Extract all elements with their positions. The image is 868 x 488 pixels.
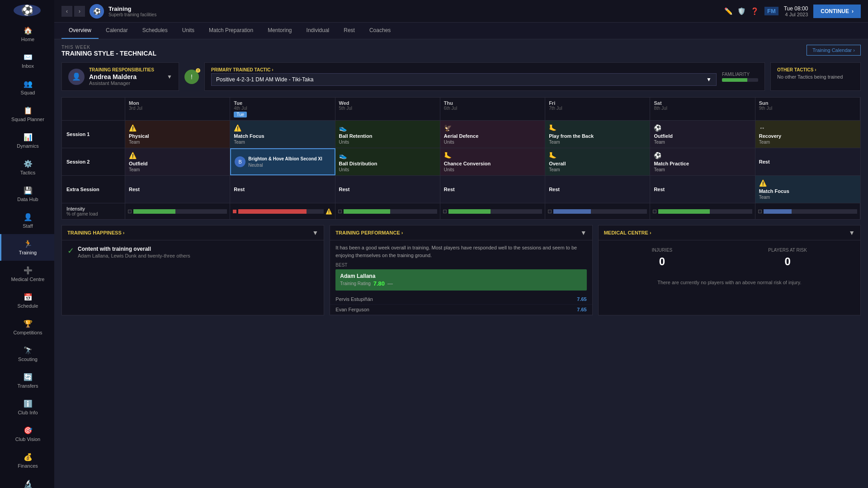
sidebar-item-inbox[interactable]: ✉️ Inbox	[0, 47, 54, 74]
best-rating-value: 7.80	[373, 280, 385, 287]
sidebar-item-squad[interactable]: 👥 Squad	[0, 74, 54, 101]
tab-coaches[interactable]: Coaches	[362, 23, 398, 39]
training-calendar-button[interactable]: Training Calendar ›	[807, 45, 861, 56]
medical-panel-title[interactable]: MEDICAL CENTRE ›	[604, 230, 651, 235]
s1-sat[interactable]: ⚽ Outfield Team	[650, 121, 755, 148]
s2-fri[interactable]: 🦶 Overall Team	[545, 148, 650, 175]
competitions-icon: 🏆	[24, 319, 33, 328]
s2-mon[interactable]: ⚠️ Outfield Team	[125, 148, 230, 175]
sidebar-item-dynamics[interactable]: 📊 Dynamics	[0, 127, 54, 154]
ex-thu[interactable]: Rest	[440, 176, 545, 203]
medical-toggle[interactable]: ▼	[849, 229, 855, 236]
edit-icon[interactable]: ✏️	[724, 7, 733, 15]
s2-thu[interactable]: 🦶 Chance Conversion Units	[440, 148, 545, 175]
performance-panel-header: TRAINING PERFORMANCE › ▼	[330, 225, 592, 240]
nav-tabs: Overview Calendar Schedules Units Match …	[54, 23, 868, 39]
tab-calendar[interactable]: Calendar	[99, 23, 135, 39]
sidebar-item-competitions[interactable]: 🏆 Competitions	[0, 314, 54, 341]
int-mon	[125, 203, 230, 219]
other-tactics-text: No other Tactics being trained	[777, 74, 854, 80]
grid-header-tue: Tue 4th Jul Tue	[230, 98, 335, 120]
tactic-select[interactable]: Positive 4-2-3-1 DM AM Wide - Tiki-Taka …	[211, 73, 717, 86]
sidebar-item-data-hub[interactable]: 💾 Data Hub	[0, 181, 54, 207]
sidebar-item-medical[interactable]: ➕ Medical Centre	[0, 261, 54, 287]
sidebar-item-staff[interactable]: 👤 Staff	[0, 207, 54, 234]
grid-header-empty	[62, 98, 125, 120]
sidebar-item-training[interactable]: 🏃 Training	[0, 234, 54, 261]
s1-sun[interactable]: ↔️ Recovery Team	[755, 121, 860, 148]
s1-thu[interactable]: 🦅 Aerial Defence Units	[440, 121, 545, 148]
sidebar-label-squad-planner: Squad Planner	[11, 117, 44, 122]
recovery-icon: ↔️	[759, 124, 857, 131]
tab-individual[interactable]: Individual	[299, 23, 337, 39]
tab-schedules[interactable]: Schedules	[135, 23, 175, 39]
sidebar-item-transfers[interactable]: 🔄 Transfers	[0, 367, 54, 394]
grid-header-thu: Thu 6th Jul	[440, 98, 545, 120]
best-player-row[interactable]: Adam Lallana Training Rating 7.80 —	[335, 269, 586, 291]
at-risk-value: 0	[768, 255, 807, 268]
ex-fri[interactable]: Rest	[545, 176, 650, 203]
training-icon: 🏃	[24, 239, 33, 248]
ex-mon[interactable]: Rest	[125, 176, 230, 203]
s1-mon[interactable]: ⚠️ Physical Team	[125, 121, 230, 148]
sidebar-item-squad-planner[interactable]: 📋 Squad Planner	[0, 101, 54, 127]
ex-wed[interactable]: Rest	[335, 176, 440, 203]
player-row-1[interactable]: Pervis Estupiñán 7.65	[330, 294, 592, 305]
page-title-block: Training Superb training facilities	[108, 5, 470, 17]
ex-sat[interactable]: Rest	[650, 176, 755, 203]
sidebar-item-club-info[interactable]: ℹ️ Club Info	[0, 394, 54, 421]
s2-tue-match[interactable]: B Brighton & Hove Albion Second XI Neutr…	[230, 148, 335, 175]
sidebar-item-club-vision[interactable]: 🎯 Club Vision	[0, 421, 54, 447]
performance-toggle[interactable]: ▼	[580, 229, 587, 236]
match-practice-icon: ⚽	[654, 152, 751, 159]
club-logo[interactable]: ⚽	[14, 5, 41, 16]
help-icon[interactable]: ❓	[750, 7, 759, 15]
ex-sun[interactable]: ⚠️ Match Focus Team	[755, 176, 860, 203]
sidebar-item-finances[interactable]: 💰 Finances	[0, 447, 54, 474]
shield-icon[interactable]: 🛡️	[737, 7, 746, 15]
tab-units[interactable]: Units	[175, 23, 202, 39]
ex-tue[interactable]: Rest	[230, 176, 335, 203]
performance-panel-title[interactable]: TRAINING PERFORMANCE ›	[335, 230, 403, 235]
finances-icon: 💰	[24, 453, 33, 461]
data-hub-icon: 💾	[24, 186, 33, 195]
nav-back-button[interactable]: ‹	[61, 6, 72, 17]
other-tactics-label[interactable]: OTHER TACTICS ›	[777, 67, 854, 72]
sidebar-item-schedule[interactable]: 📅 Schedule	[0, 287, 54, 314]
player-row-2[interactable]: Evan Ferguson 7.65	[330, 305, 592, 315]
s1-tue[interactable]: ⚠️ Match Focus Team	[230, 121, 335, 148]
page-title: Training	[108, 5, 470, 12]
medical-panel-header: MEDICAL CENTRE › ▼	[599, 225, 860, 240]
best-label: BEST	[330, 263, 592, 269]
schedule-icon: 📅	[24, 293, 33, 301]
match-focus-icon: ⚠️	[759, 179, 857, 187]
nav-forward-button[interactable]: ›	[74, 6, 85, 17]
sidebar-item-scouting[interactable]: 🔭 Scouting	[0, 341, 54, 367]
s1-wed[interactable]: 👟 Ball Retention Units	[335, 121, 440, 148]
sidebar-label-staff: Staff	[23, 223, 33, 229]
injuries-label: INJURIES	[652, 248, 673, 253]
s1-fri[interactable]: 🦶 Play from the Back Team	[545, 121, 650, 148]
familiarity-fill	[722, 78, 747, 82]
sidebar-item-home[interactable]: 🏠 Home	[0, 21, 54, 47]
tab-match-preparation[interactable]: Match Preparation	[202, 23, 260, 39]
happiness-toggle[interactable]: ▼	[312, 229, 318, 236]
sidebar-item-tactics[interactable]: ⚙️ Tactics	[0, 154, 54, 181]
responsibilities-dropdown[interactable]: ▼	[167, 74, 172, 80]
continue-button[interactable]: CONTINUE ›	[813, 5, 861, 18]
int-wed	[335, 203, 440, 219]
s2-sun[interactable]: Rest	[755, 148, 860, 175]
responsibilities-role: Assistant Manager	[89, 80, 154, 86]
s2-sat[interactable]: ⚽ Match Practice Team	[650, 148, 755, 175]
tab-mentoring[interactable]: Mentoring	[260, 23, 299, 39]
tab-rest[interactable]: Rest	[336, 23, 362, 39]
sidebar-label-dynamics: Dynamics	[17, 143, 38, 149]
intensity-warning-icon: ⚠️	[326, 208, 332, 215]
sidebar-item-dev-centre[interactable]: 🔬 Dev. Centre	[0, 474, 54, 488]
primary-tactic-label[interactable]: PRIMARY TRAINED TACTIC ›	[211, 67, 717, 72]
happiness-panel-title[interactable]: TRAINING HAPPINESS ›	[67, 230, 125, 235]
s2-wed[interactable]: 👟 Ball Distribution Units	[335, 148, 440, 175]
int-tue: ⚠️	[230, 203, 335, 219]
sidebar-label-schedule: Schedule	[18, 303, 38, 309]
tab-overview[interactable]: Overview	[61, 23, 99, 39]
